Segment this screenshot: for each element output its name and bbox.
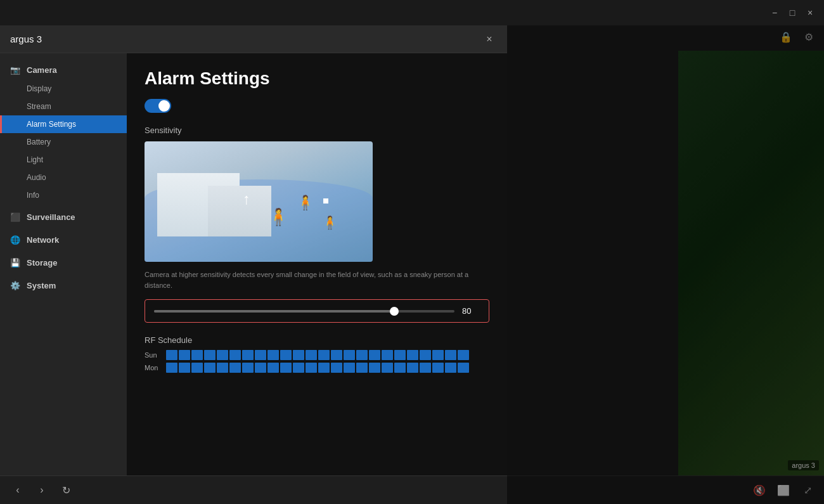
block-sun-18[interactable] bbox=[382, 350, 393, 360]
block-mon-13[interactable] bbox=[318, 363, 330, 373]
nav-section-camera-header[interactable]: 📷 Camera bbox=[0, 60, 127, 80]
nav-section-storage-label: Storage bbox=[27, 258, 57, 268]
sensitivity-slider-thumb[interactable] bbox=[390, 307, 399, 316]
block-sun-16[interactable] bbox=[356, 350, 368, 360]
nav-section-system-header[interactable]: ⚙️ System bbox=[0, 275, 127, 295]
sensitivity-description: Camera at higher sensitivity detects eve… bbox=[145, 269, 489, 290]
modal-forward-button[interactable]: › bbox=[33, 481, 51, 499]
nav-section-system: ⚙️ System bbox=[0, 275, 127, 295]
block-mon-20[interactable] bbox=[407, 363, 418, 373]
nav-section-network-header[interactable]: 🌐 Network bbox=[0, 229, 127, 250]
modal-content: Alarm Settings Sensitivity 🧍 🧍 🧍 ↑ bbox=[127, 53, 507, 475]
block-sun-8[interactable] bbox=[255, 350, 266, 360]
block-mon-4[interactable] bbox=[204, 363, 216, 373]
block-mon-10[interactable] bbox=[280, 363, 292, 373]
block-sun-11[interactable] bbox=[293, 350, 304, 360]
nav-item-audio[interactable]: Audio bbox=[0, 169, 127, 186]
block-sun-21[interactable] bbox=[420, 350, 431, 360]
person-icon-1: 🧍 bbox=[268, 207, 288, 227]
block-sun-5[interactable] bbox=[217, 350, 228, 360]
block-mon-17[interactable] bbox=[369, 363, 380, 373]
sensitivity-slider-track bbox=[154, 310, 454, 313]
block-mon-23[interactable] bbox=[445, 363, 456, 373]
block-mon-2[interactable] bbox=[179, 363, 190, 373]
block-sun-2[interactable] bbox=[179, 350, 190, 360]
block-sun-15[interactable] bbox=[344, 350, 355, 360]
block-mon-15[interactable] bbox=[344, 363, 355, 373]
block-sun-23[interactable] bbox=[445, 350, 456, 360]
nav-item-stream[interactable]: Stream bbox=[0, 98, 127, 115]
schedule-row-mon: Mon bbox=[145, 363, 489, 373]
block-mon-8[interactable] bbox=[255, 363, 266, 373]
nav-section-network: 🌐 Network bbox=[0, 229, 127, 250]
nav-section-surveillance-header[interactable]: ⬛ Surveillance bbox=[0, 207, 127, 227]
block-mon-3[interactable] bbox=[191, 363, 203, 373]
block-sun-17[interactable] bbox=[369, 350, 380, 360]
titlebar: − □ × bbox=[0, 0, 824, 25]
toggle-container bbox=[145, 99, 489, 113]
maximize-button[interactable]: □ bbox=[783, 4, 801, 22]
block-sun-10[interactable] bbox=[280, 350, 292, 360]
block-mon-7[interactable] bbox=[242, 363, 254, 373]
modal-bottom-bar: ‹ › ↻ bbox=[0, 475, 507, 504]
alarm-toggle[interactable] bbox=[145, 99, 171, 113]
block-mon-5[interactable] bbox=[217, 363, 228, 373]
range-dot bbox=[323, 198, 328, 204]
nav-item-battery[interactable]: Battery bbox=[0, 133, 127, 151]
block-sun-7[interactable] bbox=[242, 350, 254, 360]
block-sun-14[interactable] bbox=[331, 350, 342, 360]
nav-item-light[interactable]: Light bbox=[0, 151, 127, 169]
nav-section-system-label: System bbox=[27, 281, 56, 290]
nav-section-camera-label: Camera bbox=[27, 65, 57, 75]
nav-section-storage: 💾 Storage bbox=[0, 252, 127, 273]
block-sun-13[interactable] bbox=[318, 350, 330, 360]
block-sun-4[interactable] bbox=[204, 350, 216, 360]
modal-close-button[interactable]: × bbox=[482, 32, 497, 47]
schedule-day-sun: Sun bbox=[145, 351, 162, 359]
block-sun-1[interactable] bbox=[166, 350, 177, 360]
block-mon-9[interactable] bbox=[267, 363, 279, 373]
schedule-blocks-mon bbox=[166, 363, 469, 373]
block-mon-1[interactable] bbox=[166, 363, 177, 373]
nav-section-camera: 📷 Camera Display Stream Alarm Settings B… bbox=[0, 60, 127, 204]
block-mon-19[interactable] bbox=[394, 363, 406, 373]
block-sun-6[interactable] bbox=[229, 350, 241, 360]
sensitivity-image: 🧍 🧍 🧍 ↑ bbox=[145, 141, 373, 262]
block-mon-21[interactable] bbox=[420, 363, 431, 373]
modal-refresh-button[interactable]: ↻ bbox=[57, 481, 75, 499]
modal-nav: 📷 Camera Display Stream Alarm Settings B… bbox=[0, 53, 127, 475]
modal-nav-icons: ‹ › ↻ bbox=[9, 481, 75, 499]
network-section-icon: 🌐 bbox=[10, 235, 20, 245]
block-mon-24[interactable] bbox=[458, 363, 469, 373]
block-mon-16[interactable] bbox=[356, 363, 368, 373]
block-mon-11[interactable] bbox=[293, 363, 304, 373]
surveillance-section-icon: ⬛ bbox=[10, 212, 20, 222]
block-mon-14[interactable] bbox=[331, 363, 342, 373]
modal-back-button[interactable]: ‹ bbox=[9, 481, 27, 499]
toggle-thumb bbox=[158, 100, 170, 112]
nav-item-display[interactable]: Display bbox=[0, 80, 127, 98]
block-mon-12[interactable] bbox=[306, 363, 317, 373]
app-close-button[interactable]: × bbox=[801, 4, 819, 22]
nav-item-info[interactable]: Info bbox=[0, 186, 127, 204]
nav-item-alarm-settings[interactable]: Alarm Settings bbox=[0, 115, 127, 133]
block-sun-12[interactable] bbox=[306, 350, 317, 360]
nav-section-storage-header[interactable]: 💾 Storage bbox=[0, 252, 127, 273]
block-sun-22[interactable] bbox=[432, 350, 444, 360]
block-sun-3[interactable] bbox=[191, 350, 203, 360]
sensitivity-label: Sensitivity bbox=[145, 126, 489, 135]
modal-title: argus 3 bbox=[10, 34, 42, 44]
schedule-blocks-sun bbox=[166, 350, 469, 360]
block-sun-24[interactable] bbox=[458, 350, 469, 360]
block-sun-19[interactable] bbox=[394, 350, 406, 360]
schedule-title: RF Schedule bbox=[145, 335, 489, 345]
minimize-button[interactable]: − bbox=[766, 4, 783, 22]
block-mon-22[interactable] bbox=[432, 363, 444, 373]
block-mon-18[interactable] bbox=[382, 363, 393, 373]
block-sun-20[interactable] bbox=[407, 350, 418, 360]
modal-body: 📷 Camera Display Stream Alarm Settings B… bbox=[0, 53, 507, 475]
block-sun-9[interactable] bbox=[267, 350, 279, 360]
sensitivity-building-2 bbox=[208, 186, 271, 236]
block-mon-6[interactable] bbox=[229, 363, 241, 373]
schedule-section: RF Schedule Sun bbox=[145, 335, 489, 373]
